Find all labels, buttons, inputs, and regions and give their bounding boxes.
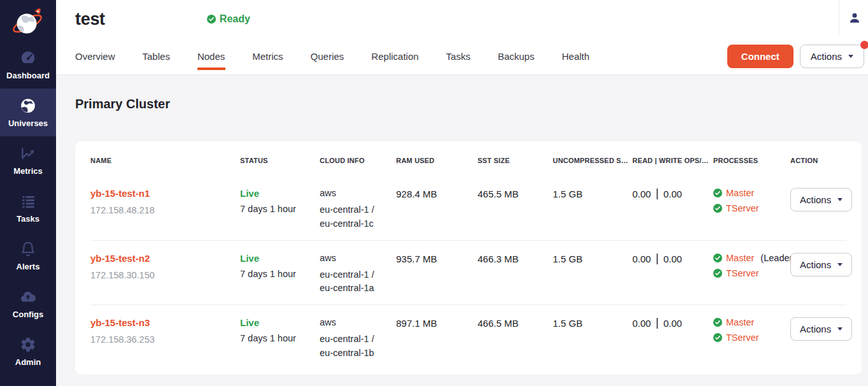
sidebar-item-label: Dashboard — [6, 71, 50, 80]
line-chart-icon — [20, 145, 36, 162]
sidebar-item-configs[interactable]: Configs — [0, 280, 56, 327]
processes-cell: Master TServer — [713, 188, 790, 213]
process-master-link[interactable]: Master — [726, 188, 754, 198]
write-ops: 0.00 — [664, 189, 682, 199]
ram-used: 897.1 MB — [396, 317, 478, 329]
column-header-sst-size: SST SIZE — [478, 157, 553, 164]
tab-tables[interactable]: Tables — [143, 38, 170, 75]
column-header-name: NAME — [90, 157, 240, 164]
node-status: Live — [240, 188, 320, 199]
process-master-link[interactable]: Master — [726, 253, 754, 263]
check-circle-icon — [207, 15, 216, 24]
uncompressed-size: 1.5 GB — [553, 253, 632, 264]
process-master-link[interactable]: Master — [726, 317, 754, 327]
tab-health[interactable]: Health — [562, 38, 589, 75]
ram-used: 928.4 MB — [396, 188, 478, 199]
pipe-divider — [657, 254, 658, 264]
node-uptime: 7 days 1 hour — [240, 269, 320, 279]
pipe-divider — [657, 189, 658, 199]
node-actions-button[interactable]: Actions — [790, 317, 852, 341]
content-area: Primary Cluster NAME STATUS CLOUD INFO R… — [56, 75, 868, 386]
sidebar-item-tasks[interactable]: Tasks — [0, 184, 56, 232]
tab-queries[interactable]: Queries — [311, 38, 345, 75]
status-label: Ready — [220, 13, 250, 25]
node-name-link[interactable]: yb-15-test-n1 — [90, 188, 150, 199]
cloud-provider: aws — [320, 317, 396, 327]
tab-nodes[interactable]: Nodes — [197, 38, 225, 75]
sidebar-item-dashboard[interactable]: Dashboard — [0, 41, 56, 89]
uncompressed-size: 1.5 GB — [553, 188, 632, 199]
cloud-region: eu-central-1 / eu-central-1a — [320, 268, 390, 296]
globe-icon — [20, 97, 36, 114]
sidebar-item-label: Admin — [15, 357, 41, 367]
universe-actions-button[interactable]: Actions — [800, 45, 864, 68]
gear-icon — [20, 336, 36, 353]
tab-replication[interactable]: Replication — [371, 38, 418, 75]
cloud-region: eu-central-1 / eu-central-1c — [320, 203, 390, 231]
list-icon — [20, 193, 36, 210]
node-actions-button[interactable]: Actions — [790, 188, 852, 211]
column-header-processes: PROCESSES — [713, 157, 790, 164]
sidebar-item-admin[interactable]: Admin — [0, 327, 56, 375]
ram-used: 935.7 MB — [396, 253, 478, 264]
page-title: Primary Cluster — [75, 97, 862, 111]
chevron-down-icon — [837, 198, 843, 201]
table-row: yb-15-test-n2 172.158.30.150 Live 7 days… — [90, 241, 846, 306]
sst-size: 465.5 MB — [478, 188, 553, 199]
tab-backups[interactable]: Backups — [498, 38, 535, 75]
sidebar-item-metrics[interactable]: Metrics — [0, 136, 56, 184]
processes-cell: Master (Leader) TServer — [713, 253, 790, 278]
check-circle-icon — [713, 189, 722, 197]
sst-size: 466.3 MB — [478, 253, 553, 264]
check-circle-icon — [713, 269, 722, 278]
sst-size: 466.5 MB — [478, 317, 553, 329]
process-tserver-link[interactable]: TServer — [726, 268, 759, 278]
sidebar-item-label: Universes — [8, 118, 48, 128]
check-circle-icon — [713, 318, 722, 327]
universe-title: test — [75, 10, 105, 29]
gauge-icon — [20, 50, 36, 66]
table-row: yb-15-test-n3 172.158.36.253 Live 7 days… — [90, 305, 846, 369]
read-write-ops: 0.00 0.00 — [632, 188, 713, 199]
node-actions-label: Actions — [800, 194, 831, 205]
process-tserver-link[interactable]: TServer — [726, 332, 759, 343]
node-uptime: 7 days 1 hour — [240, 204, 320, 214]
node-status: Live — [240, 253, 320, 264]
node-name-link[interactable]: yb-15-test-n3 — [90, 317, 150, 328]
topbar: test Ready Overview Tables Nodes M — [56, 0, 868, 75]
tab-overview[interactable]: Overview — [75, 38, 115, 75]
sidebar-item-alerts[interactable]: Alerts — [0, 232, 56, 280]
user-menu[interactable] — [839, 0, 868, 36]
main-area: test Ready Overview Tables Nodes M — [56, 0, 868, 386]
node-status: Live — [240, 317, 320, 328]
node-ip: 172.158.36.253 — [90, 334, 240, 345]
notification-dot — [860, 41, 868, 49]
sidebar-item-label: Tasks — [17, 214, 39, 224]
check-circle-icon — [713, 204, 722, 213]
tab-tasks[interactable]: Tasks — [446, 38, 470, 75]
read-write-ops: 0.00 0.00 — [632, 253, 713, 264]
cloud-provider: aws — [320, 188, 396, 198]
node-name-link[interactable]: yb-15-test-n2 — [90, 253, 150, 264]
sidebar: Dashboard Universes Metrics Tasks — [0, 0, 56, 386]
sidebar-item-universes[interactable]: Universes — [0, 89, 56, 136]
node-ip: 172.158.48.218 — [90, 205, 240, 215]
cloud-region: eu-central-1 / eu-central-1b — [320, 332, 390, 361]
node-ip: 172.158.30.150 — [90, 270, 240, 280]
table-header-row: NAME STATUS CLOUD INFO RAM USED SST SIZE… — [90, 157, 846, 176]
connect-button[interactable]: Connect — [727, 45, 793, 68]
write-ops: 0.00 — [664, 254, 682, 264]
read-ops: 0.00 — [632, 254, 651, 264]
write-ops: 0.00 — [664, 318, 682, 329]
table-row: yb-15-test-n1 172.158.48.218 Live 7 days… — [90, 176, 846, 241]
column-header-ram-used: RAM USED — [396, 157, 478, 164]
node-actions-label: Actions — [800, 259, 831, 270]
process-tserver-link[interactable]: TServer — [726, 203, 759, 213]
nodes-table-card: NAME STATUS CLOUD INFO RAM USED SST SIZE… — [75, 141, 862, 375]
user-icon — [848, 11, 861, 24]
app-logo[interactable] — [0, 0, 56, 41]
node-actions-button[interactable]: Actions — [790, 253, 852, 276]
column-header-action: ACTION — [790, 157, 846, 164]
check-circle-icon — [713, 333, 722, 342]
tab-metrics[interactable]: Metrics — [252, 38, 283, 75]
